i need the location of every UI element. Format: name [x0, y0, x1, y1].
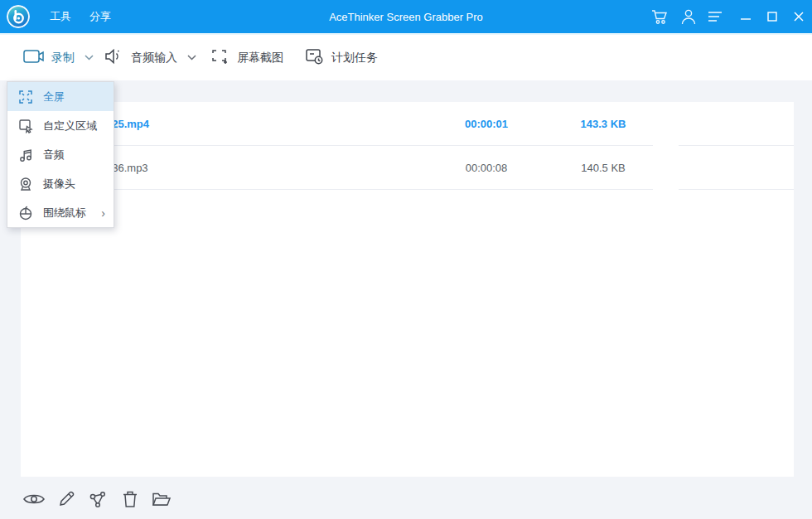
bottom-toolbar [0, 477, 812, 519]
record-dropdown-menu: 全屏 自定义区域 音频 摄像头 [7, 81, 114, 228]
submenu-arrow-icon: › [101, 207, 105, 219]
record-button[interactable]: 录制 [23, 35, 94, 80]
titlebar: 工具 分享 AceThinker Screen Grabber Pro [0, 0, 812, 33]
white-overlay [653, 112, 679, 290]
share-icon[interactable] [87, 488, 109, 510]
menu-item-fullscreen[interactable]: 全屏 [7, 82, 114, 111]
speaker-icon [104, 48, 124, 68]
menu-share[interactable]: 分享 [89, 9, 111, 24]
main-menu-icon[interactable] [708, 11, 723, 22]
menu-item-label: 摄像头 [43, 177, 75, 192]
menu-item-webcam[interactable]: 摄像头 [7, 169, 114, 198]
file-duration: 00:00:01 [445, 118, 528, 130]
cart-icon[interactable] [651, 8, 669, 25]
chevron-down-icon [187, 55, 196, 61]
app-logo-icon [7, 5, 30, 28]
audio-input-button[interactable]: 音频输入 [104, 35, 196, 80]
task-clock-icon [305, 48, 325, 68]
menu-item-label: 围绕鼠标 [43, 206, 86, 221]
screenshot-label: 屏幕截图 [237, 51, 283, 65]
edit-pencil-icon[interactable] [56, 488, 77, 510]
preview-eye-icon[interactable] [23, 488, 45, 510]
file-list-panel: 325.mp4 00:00:01 143.3 KB 736.mp3 00:00:… [21, 102, 794, 477]
chevron-down-icon [85, 55, 94, 61]
menu-item-custom-region[interactable]: 自定义区域 [7, 111, 114, 140]
custom-region-icon [17, 118, 34, 134]
close-icon[interactable] [794, 12, 804, 22]
menu-tools[interactable]: 工具 [50, 9, 71, 24]
delete-trash-icon[interactable] [119, 488, 141, 510]
main-toolbar: 录制 音频输入 屏幕 [0, 33, 812, 80]
menu-item-audio[interactable]: 音频 [7, 140, 114, 169]
file-size: 143.3 KB [562, 118, 645, 130]
region-capture-icon [210, 48, 230, 68]
menu-item-label: 音频 [43, 148, 65, 162]
video-camera-icon [23, 48, 45, 68]
screenshot-button[interactable]: 屏幕截图 [210, 35, 283, 80]
audio-input-label: 音频输入 [131, 51, 177, 65]
record-label: 录制 [51, 51, 75, 65]
titlebar-menu: 工具 分享 [50, 9, 111, 24]
schedule-label: 计划任务 [331, 51, 378, 65]
fullscreen-icon [17, 89, 34, 105]
menu-item-label: 全屏 [43, 90, 65, 104]
minimize-icon[interactable] [741, 12, 751, 22]
webcam-icon [17, 176, 34, 192]
maximize-icon[interactable] [767, 12, 777, 22]
mouse-icon [17, 205, 34, 221]
menu-item-around-mouse[interactable]: 围绕鼠标 › [7, 198, 114, 227]
schedule-button[interactable]: 计划任务 [305, 35, 378, 80]
user-icon[interactable] [681, 8, 696, 25]
open-folder-icon[interactable] [151, 488, 172, 510]
music-note-icon [17, 147, 34, 163]
menu-item-label: 自定义区域 [43, 119, 97, 133]
file-duration: 00:00:08 [445, 162, 528, 174]
file-size: 140.5 KB [562, 162, 645, 174]
